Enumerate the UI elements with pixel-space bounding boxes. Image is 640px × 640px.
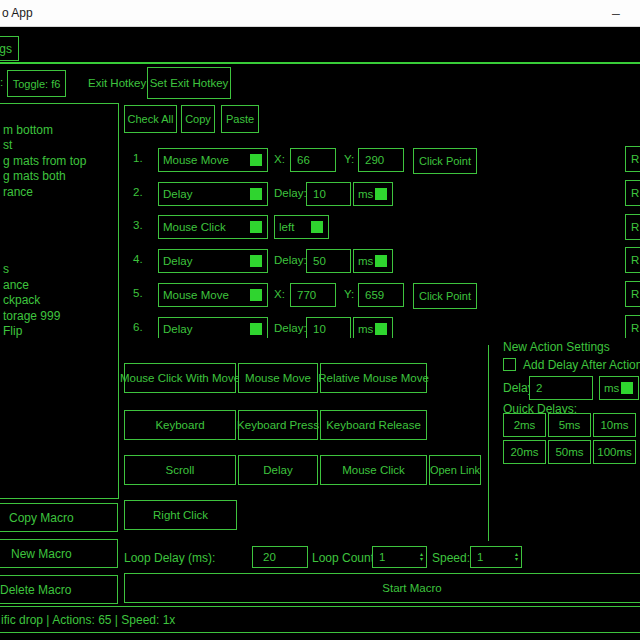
- paste-actions-button[interactable]: Paste: [221, 105, 259, 133]
- action-rows-list: 1. Mouse Move X: 66 Y: 290 Click Point R…: [120, 140, 640, 338]
- action-type-value: Delay: [159, 323, 250, 335]
- settings-divider: [488, 345, 489, 541]
- new-action-delay-unit-dropdown[interactable]: ms: [599, 376, 639, 400]
- remove-action-button[interactable]: R: [625, 146, 640, 172]
- loop-delay-input[interactable]: 20: [252, 546, 308, 568]
- macro-list-item[interactable]: ckpack: [3, 293, 118, 309]
- action-type-dropdown[interactable]: Delay: [158, 317, 268, 338]
- delay-label: Delay:: [274, 254, 307, 266]
- dropdown-indicator-icon: [250, 221, 262, 233]
- exit-hotkey-label: Exit Hotkey:: [88, 77, 149, 89]
- action-type-value: Mouse Click: [159, 221, 250, 233]
- quick-delay-2ms-button[interactable]: 2ms: [503, 413, 546, 437]
- add-keyboard-button[interactable]: Keyboard: [124, 410, 236, 440]
- macro-list-item[interactable]: [3, 216, 118, 232]
- action-type-value: Delay: [159, 255, 250, 267]
- macro-list-item[interactable]: g mats from top: [3, 154, 118, 170]
- quick-delay-20ms-button[interactable]: 20ms: [503, 440, 546, 464]
- quick-delay-50ms-button[interactable]: 50ms: [548, 440, 591, 464]
- delay-unit-dropdown[interactable]: ms: [353, 317, 393, 338]
- mouse-button-dropdown[interactable]: left: [274, 215, 329, 239]
- macro-list-item[interactable]: g mats both: [3, 169, 118, 185]
- stepper-arrows-icon[interactable]: ▴▾: [515, 552, 518, 562]
- delay-input[interactable]: 10: [306, 317, 351, 338]
- y-input[interactable]: 659: [358, 283, 404, 307]
- start-macro-button[interactable]: Start Macro: [124, 573, 640, 603]
- macro-list-item[interactable]: s: [3, 262, 118, 278]
- quick-delay-5ms-button[interactable]: 5ms: [548, 413, 591, 437]
- new-macro-button[interactable]: New Macro: [0, 539, 118, 568]
- macro-list-item[interactable]: [3, 247, 118, 263]
- delay-unit-value: ms: [354, 323, 375, 335]
- menubar: gs: [0, 27, 640, 62]
- add-scroll-button[interactable]: Scroll: [124, 455, 236, 485]
- delete-macro-button[interactable]: Delete Macro: [0, 575, 118, 604]
- action-type-dropdown[interactable]: Mouse Move: [158, 148, 268, 172]
- add-keyboard-press-button[interactable]: Keyboard Press: [238, 410, 318, 440]
- copy-macro-button[interactable]: Copy Macro: [0, 503, 118, 532]
- y-input[interactable]: 290: [358, 148, 404, 172]
- macro-list-item[interactable]: [3, 107, 118, 123]
- action-type-dropdown[interactable]: Mouse Move: [158, 283, 268, 307]
- macro-app-window: o App – gs : Toggle: f6 Exit Hotkey: Set…: [0, 0, 640, 640]
- macro-list-item[interactable]: ance: [3, 278, 118, 294]
- remove-action-button[interactable]: R: [625, 247, 640, 273]
- delay-unit-dropdown[interactable]: ms: [353, 182, 393, 206]
- add-mouse-move-button[interactable]: Mouse Move: [238, 363, 318, 393]
- add-keyboard-release-button[interactable]: Keyboard Release: [320, 410, 427, 440]
- check-all-button[interactable]: Check All: [124, 105, 177, 133]
- add-mouse-click-button[interactable]: Mouse Click: [320, 455, 427, 485]
- macro-list-item[interactable]: [3, 231, 118, 247]
- copy-actions-button[interactable]: Copy: [181, 105, 215, 133]
- toggle-hotkey-button[interactable]: Toggle: f6: [7, 70, 66, 97]
- remove-action-button[interactable]: R: [625, 180, 640, 206]
- action-type-value: Delay: [159, 188, 250, 200]
- x-label: X:: [274, 153, 285, 165]
- dropdown-indicator-icon: [250, 323, 262, 335]
- macro-list-item[interactable]: st: [3, 138, 118, 154]
- status-bar: ific drop | Actions: 65 | Speed: 1x: [0, 606, 640, 633]
- stepper-arrows-icon[interactable]: ▴▾: [420, 552, 423, 562]
- new-action-settings-title: New Action Settings: [503, 340, 610, 354]
- delay-input[interactable]: 10: [306, 182, 351, 206]
- delay-input[interactable]: 50: [306, 249, 351, 273]
- new-action-delay-input[interactable]: 2: [529, 376, 593, 400]
- macro-list-item[interactable]: rance: [3, 185, 118, 201]
- add-delay-button[interactable]: Delay: [238, 455, 318, 485]
- action-row-number: 3.: [133, 219, 143, 231]
- loop-count-value: 1: [379, 551, 385, 563]
- titlebar: o App –: [0, 0, 640, 27]
- loop-count-label: Loop Count:: [312, 551, 377, 565]
- quick-delay-100ms-button[interactable]: 100ms: [593, 440, 636, 464]
- click-point-button[interactable]: Click Point: [413, 283, 477, 309]
- add-open-link-button[interactable]: Open Link: [429, 455, 481, 485]
- remove-action-button[interactable]: R: [625, 315, 640, 338]
- macro-list-item[interactable]: torage 999: [3, 309, 118, 325]
- x-input[interactable]: 770: [290, 283, 336, 307]
- minimize-icon[interactable]: –: [598, 1, 634, 25]
- delay-unit-dropdown[interactable]: ms: [353, 249, 393, 273]
- dropdown-indicator-icon: [250, 188, 262, 200]
- remove-action-button[interactable]: R: [625, 281, 640, 307]
- add-right-click-button[interactable]: Right Click: [124, 500, 237, 530]
- add-delay-after-action-checkbox[interactable]: [503, 358, 516, 371]
- macro-list-item[interactable]: Flip: [3, 324, 118, 340]
- speed-stepper[interactable]: 1 ▴▾: [470, 546, 522, 568]
- quick-delay-10ms-button[interactable]: 10ms: [593, 413, 636, 437]
- action-type-dropdown[interactable]: Delay: [158, 182, 268, 206]
- action-row-number: 5.: [133, 287, 143, 299]
- remove-action-button[interactable]: R: [625, 214, 640, 240]
- add-mouse-click-with-move-button[interactable]: Mouse Click With Move: [124, 363, 236, 393]
- macro-list-item[interactable]: [3, 200, 118, 216]
- y-label: Y:: [344, 153, 354, 165]
- loop-count-stepper[interactable]: 1 ▴▾: [372, 546, 427, 568]
- new-action-delay-unit-value: ms: [600, 382, 621, 394]
- action-type-dropdown[interactable]: Delay: [158, 249, 268, 273]
- add-relative-mouse-move-button[interactable]: Relative Mouse Move: [320, 363, 427, 393]
- x-input[interactable]: 66: [290, 148, 336, 172]
- click-point-button[interactable]: Click Point: [413, 148, 477, 174]
- action-type-dropdown[interactable]: Mouse Click: [158, 215, 268, 239]
- macro-list-item[interactable]: m bottom: [3, 123, 118, 139]
- menu-settings-button[interactable]: gs: [0, 36, 19, 61]
- set-exit-hotkey-button[interactable]: Set Exit Hotkey: [147, 67, 231, 99]
